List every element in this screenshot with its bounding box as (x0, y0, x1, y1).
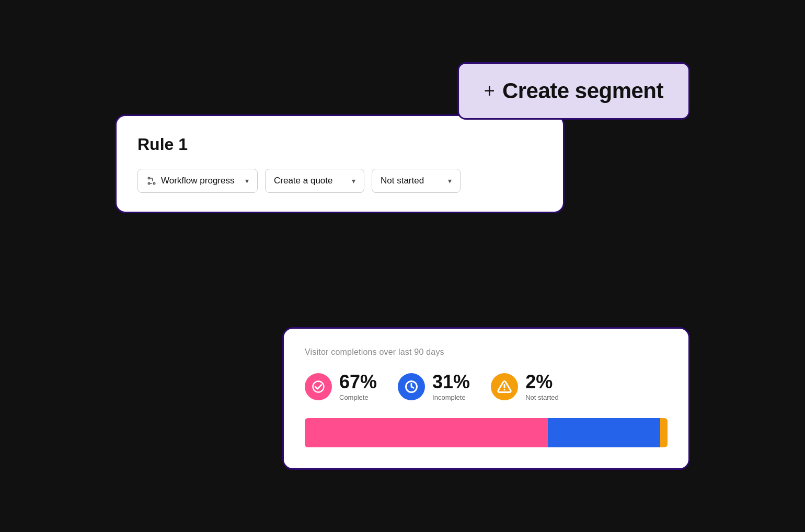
not-started-percent: 2% (525, 372, 559, 392)
stat-item-incomplete: 31% Incomplete (398, 372, 470, 401)
not-started-icon-circle (491, 373, 518, 400)
progress-bar (305, 418, 668, 447)
progress-segment-not-started (660, 418, 668, 447)
workflow-progress-dropdown[interactable]: Workflow progress ▾ (137, 169, 258, 193)
check-circle-icon (311, 379, 326, 394)
progress-segment-incomplete (548, 418, 660, 447)
rule-title: Rule 1 (137, 135, 542, 154)
stat-item-complete: 67% Complete (305, 372, 377, 401)
stats-subtitle: Visitor completions over last 90 days (305, 348, 668, 357)
create-quote-dropdown[interactable]: Create a quote ▾ (265, 169, 364, 193)
rule-card: Rule 1 Workflow progress ▾ Create a quot… (115, 114, 565, 213)
dropdown2-chevron: ▾ (352, 177, 355, 185)
svg-point-1 (153, 182, 155, 184)
complete-percent: 67% (339, 372, 377, 392)
clock-icon (404, 379, 419, 394)
incomplete-label: Incomplete (432, 394, 470, 401)
incomplete-icon-circle (398, 373, 425, 400)
stats-row: 67% Complete 31% Incomplete (305, 372, 668, 401)
create-segment-label: Create segment (502, 78, 663, 103)
complete-label: Complete (339, 394, 377, 401)
complete-icon-circle (305, 373, 332, 400)
not-started-label: Not started (381, 176, 424, 186)
workflow-icon (146, 176, 157, 186)
not-started-stat-label: Not started (525, 394, 559, 401)
not-started-dropdown[interactable]: Not started ▾ (372, 169, 461, 193)
workflow-progress-label: Workflow progress (161, 176, 234, 186)
progress-segment-complete (305, 418, 548, 447)
stats-card: Visitor completions over last 90 days 67… (282, 327, 690, 470)
plus-icon: + (484, 82, 495, 100)
stat-item-not-started: 2% Not started (491, 372, 559, 401)
dropdown1-chevron: ▾ (245, 177, 249, 185)
create-quote-label: Create a quote (274, 176, 332, 186)
create-segment-button[interactable]: + Create segment (457, 62, 690, 120)
dropdown3-chevron: ▾ (448, 177, 452, 185)
svg-point-3 (313, 381, 324, 392)
rule-dropdowns: Workflow progress ▾ Create a quote ▾ Not… (137, 169, 542, 193)
warning-icon (497, 379, 512, 394)
incomplete-percent: 31% (432, 372, 470, 392)
